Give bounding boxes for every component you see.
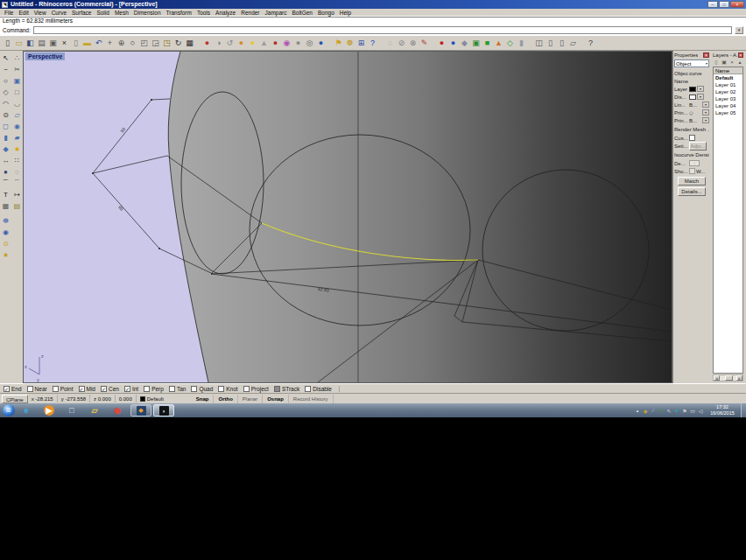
photo-viewer-app[interactable]: ◆ [130, 404, 151, 416]
copy-page-icon[interactable]: ▯ [70, 37, 81, 50]
assistant-icon[interactable]: ? [585, 37, 596, 50]
window-grid-icon[interactable]: ◫ [533, 37, 545, 50]
print-color-dropdown-icon[interactable]: ▾ [702, 117, 709, 123]
volume-tray-icon[interactable]: ◁ [697, 408, 704, 414]
cylinder-icon[interactable]: ▮ [0, 132, 11, 144]
menu-item[interactable]: Transform [164, 9, 194, 17]
menu-item[interactable]: Dimension [131, 9, 164, 17]
layer-color-swatch[interactable] [689, 87, 696, 92]
shaded-surface[interactable] [168, 52, 672, 382]
fillet-icon[interactable]: ◆ [0, 144, 11, 155]
dimension-icon[interactable]: ↦ [11, 189, 23, 200]
status-toggle[interactable]: Snap [192, 395, 215, 403]
media-player-icon[interactable]: ▶ [38, 404, 60, 417]
layout-page2-icon[interactable]: ▯ [556, 37, 567, 50]
properties-object-selector[interactable]: Object ▾ [674, 60, 709, 67]
menu-item[interactable]: Analyze [213, 9, 238, 17]
trim-icon[interactable]: ✂ [11, 64, 23, 75]
taskbar-clock[interactable]: 17:32 16/06/2015 [707, 404, 738, 416]
lightbulb-icon[interactable]: ● [247, 37, 258, 50]
command-input[interactable] [33, 26, 732, 34]
move-icon[interactable]: ⊕ [116, 37, 127, 50]
rotate-view-icon[interactable]: ↻ [172, 37, 184, 50]
viewport-canvas[interactable]: 50 65 62.83 z x y [24, 52, 672, 382]
adjust-mesh-button[interactable]: Adju... [689, 142, 707, 150]
menu-item[interactable]: File [2, 9, 16, 17]
layer-row[interactable]: Layer 05 [714, 109, 742, 116]
status-toggle[interactable]: Record History [289, 395, 334, 403]
menu-item[interactable]: Tools [194, 9, 213, 17]
print-width-dropdown-icon[interactable]: ▾ [702, 109, 709, 116]
menu-item[interactable]: BoltGen [289, 9, 315, 17]
slab-icon[interactable]: ▰ [11, 132, 23, 144]
menu-item[interactable]: Render [238, 9, 262, 17]
menu-item[interactable]: View [32, 9, 49, 17]
array-icon[interactable]: ∷ [11, 155, 23, 166]
layer-row[interactable]: Layer 03 [714, 95, 742, 102]
delete-layer-icon[interactable]: × [728, 60, 735, 66]
viewport-layout-icon[interactable]: ▦ [184, 37, 195, 50]
ghosted-view-icon[interactable]: ◑ [213, 37, 224, 50]
circle-icon[interactable]: ○ [0, 75, 11, 87]
surface-icon[interactable]: ▱ [11, 109, 23, 121]
layer-row[interactable]: Layer 02 [714, 88, 742, 95]
scrollbar-thumb[interactable] [725, 375, 733, 381]
menu-item[interactable]: Mesh [112, 9, 131, 17]
green-star-icon[interactable]: ◇ [504, 37, 516, 50]
osnap-checkbox[interactable]: ✓ Mid [79, 386, 95, 392]
new-layer-icon[interactable]: ▯ [713, 60, 720, 66]
flag-icon[interactable]: ⚑ [333, 37, 344, 50]
layer-dropdown-icon[interactable]: ▾ [697, 86, 704, 92]
command-scroll-button[interactable]: ▾ [735, 26, 743, 34]
rotate-cplane-icon[interactable]: ↺ [224, 37, 236, 50]
explode-icon[interactable]: ★ [11, 144, 23, 155]
zoom-icon[interactable]: ○ [127, 37, 138, 50]
show-desktop-button[interactable] [741, 403, 746, 417]
undo-icon[interactable]: ↶ [93, 37, 104, 50]
page-fold-icon[interactable]: ▱ [567, 37, 579, 50]
explorer-folder-icon[interactable]: ▱ [83, 404, 106, 417]
unlock-objects-icon[interactable]: ⊗ [407, 37, 419, 50]
restore-button[interactable]: □ [719, 1, 729, 8]
copy-layer-icon[interactable]: ▣ [721, 60, 728, 66]
spotlight-icon[interactable]: ● [236, 37, 247, 50]
shaded-view-icon[interactable]: ● [201, 37, 213, 50]
green-square-icon[interactable]: ■ [482, 37, 493, 50]
arc-blend-icon[interactable]: ⌒ [11, 178, 23, 189]
density-stepper[interactable]: ↕ [689, 160, 700, 166]
input-tray-icon[interactable]: ↖ [665, 408, 672, 414]
open-file-icon[interactable]: ▭ [13, 37, 25, 50]
point-icon[interactable]: ∴ [11, 52, 23, 64]
gears-icon[interactable]: ☸ [344, 37, 355, 50]
select-icon[interactable]: ↖ [0, 52, 11, 64]
pen-tray-icon[interactable]: ⁄ [650, 408, 657, 414]
star-icon[interactable]: ★ [0, 249, 11, 261]
zoom-window-icon[interactable]: ◰ [138, 37, 150, 50]
surface-box-icon[interactable]: ▣ [11, 75, 23, 87]
osnap-checkbox[interactable]: Perp [144, 386, 164, 392]
hatch-icon[interactable]: ▦ [0, 200, 11, 212]
layers-close-icon[interactable]: × [738, 52, 743, 58]
properties-close-icon[interactable]: × [703, 52, 709, 58]
close-button[interactable]: × [730, 1, 744, 8]
display-icon[interactable]: □ [60, 404, 83, 417]
dark-sphere-icon[interactable]: ● [0, 166, 11, 178]
layer-row[interactable]: Default [714, 74, 742, 81]
print-icon[interactable]: ▤ [36, 37, 47, 50]
update-tray-icon[interactable]: ◆ [642, 408, 649, 414]
vpn-tray-icon[interactable]: ■ [673, 408, 680, 414]
osnap-checkbox[interactable]: ✓ Int [124, 386, 138, 392]
rectangle-icon[interactable]: □ [11, 87, 23, 98]
flag-tray-icon[interactable]: ⚑ [681, 408, 688, 414]
arc-icon[interactable]: ◠ [0, 98, 11, 109]
sphere-icon[interactable]: ◉ [11, 121, 23, 132]
network-tray-icon[interactable]: ▭ [689, 408, 696, 414]
menu-item[interactable]: Surface [69, 9, 94, 17]
zoom-extents-icon[interactable]: ◳ [161, 37, 172, 50]
layers-column-header[interactable]: Name [714, 67, 742, 74]
menu-item[interactable]: Jamparc [263, 9, 290, 17]
layers-horizontal-scrollbar[interactable]: ◂ ▸ [713, 374, 743, 382]
paste-icon[interactable]: ▬ [81, 37, 93, 50]
earth-icon[interactable]: ● [315, 37, 327, 50]
osnap-checkbox[interactable]: Near [27, 386, 47, 392]
